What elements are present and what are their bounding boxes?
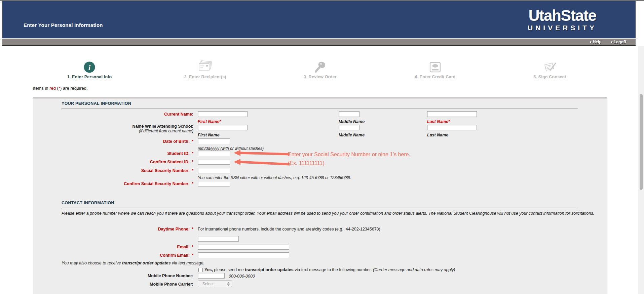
annotation-line1: Enter your Social Security Number or nin… (288, 152, 410, 158)
email-input[interactable] (198, 244, 289, 250)
section-divider (62, 208, 578, 209)
school-first-name-input[interactable] (198, 125, 248, 130)
scrollbar-thumb[interactable] (640, 94, 643, 190)
required-note: Items in red (*) are required. (33, 86, 88, 91)
confirm-student-id-label: Confirm Student ID:* (52, 160, 193, 164)
wizard-step-recipients: 2. Enter Recipient(s) (165, 60, 245, 79)
school-middle-name-hint: Middle Name (339, 133, 365, 137)
school-first-name-hint: First Name (198, 133, 220, 137)
sms-optin-checkbox[interactable] (198, 268, 203, 272)
wizard-step-label: 3. Review Order (280, 75, 361, 79)
confirm-ssn-label: Confirm Social Security Number:* (52, 181, 193, 186)
annotation-arrows-icon (233, 150, 291, 168)
daytime-phone-input[interactable] (198, 236, 239, 242)
annotation-line2: (Ex. 111111111) (288, 160, 325, 166)
wizard-step-review-order: 3. Review Order (280, 60, 361, 79)
mobile-carrier-select[interactable]: –Select– (198, 280, 232, 287)
logoff-link[interactable]: ▸Logoff (611, 40, 626, 44)
sms-note: You may also choose to receive transcrip… (62, 261, 204, 265)
magnifier-icon (280, 60, 361, 73)
wizard-step-label: 2. Enter Recipient(s) (165, 75, 245, 79)
confirm-email-label: Confirm Email:* (52, 253, 193, 258)
mobile-carrier-label: Mobile Phone Carrier: (52, 282, 193, 287)
mobile-number-input[interactable] (198, 273, 225, 279)
mobile-number-hint: 000-000-0000 (229, 274, 255, 279)
current-name-label: Current Name: (52, 112, 193, 117)
wizard-step-personal-info: i 1. Enter Personal Info (49, 60, 130, 79)
current-first-name-hint: First Name* (198, 119, 221, 124)
wizard-step-credit-card: 4. Enter Credit Card (395, 60, 476, 79)
arrow-right-icon: ▸ (590, 40, 592, 44)
sign-consent-icon (509, 60, 590, 73)
wizard-step-label: 1. Enter Personal Info (49, 75, 130, 79)
student-id-input[interactable] (198, 151, 230, 156)
school-last-name-input[interactable] (427, 125, 477, 130)
ssn-label: Social Security Number:* (52, 168, 193, 173)
select-stepper-icon (227, 282, 230, 286)
wizard-step-label: 4. Enter Credit Card (395, 75, 476, 79)
arrow-right-icon: ▸ (611, 40, 613, 44)
ssn-input[interactable] (198, 168, 230, 173)
top-nav-bar: ▸Help ▸Logoff (2, 38, 636, 46)
current-last-name-input[interactable] (427, 111, 477, 117)
section-divider (62, 108, 578, 110)
school-name-sublabel: (if different from current name) (52, 129, 193, 133)
mobile-number-label: Mobile Phone Number: (52, 274, 193, 278)
school-last-name-hint: Last Name (427, 133, 448, 137)
current-middle-name-input[interactable] (339, 111, 359, 117)
confirm-student-id-input[interactable] (198, 159, 230, 165)
daytime-phone-hint: For international phone numbers, include… (198, 227, 380, 232)
form-panel: YOUR PERSONAL INFORMATION Current Name: … (33, 97, 607, 294)
student-id-label: Student ID:* (52, 151, 193, 156)
help-link[interactable]: ▸Help (590, 40, 602, 44)
current-middle-name-hint: Middle Name (339, 119, 365, 124)
scrollbar-track[interactable] (638, 46, 644, 294)
confirm-email-input[interactable] (198, 252, 289, 258)
daytime-phone-label: Daytime Phone:* (52, 227, 193, 232)
contact-section-title: CONTACT INFORMATION (62, 201, 114, 205)
wizard-step-sign-consent: 5. Sign Consent (509, 60, 590, 79)
sms-optin-yes: Yes, (204, 267, 213, 272)
personal-info-section-title: YOUR PERSONAL INFORMATION (62, 101, 131, 106)
page-header: Enter Your Personal Information UtahStat… (2, 1, 636, 38)
dob-label: Date of Birth:* (52, 139, 193, 144)
logo-wordmark: UtahState (528, 8, 597, 23)
svg-text:i: i (88, 64, 91, 72)
logo-university: UNIVERSITY (528, 24, 597, 31)
contact-intro-text: Please enter a phone number where we can… (62, 210, 620, 217)
sms-optin-row: Yes, please send me transcript order upd… (198, 267, 455, 272)
current-last-name-hint: Last Name* (427, 119, 450, 124)
school-middle-name-input[interactable] (339, 125, 359, 130)
envelopes-icon (165, 60, 245, 73)
school-name-label: Name While Attending School: (52, 124, 193, 129)
dob-input[interactable] (198, 138, 230, 144)
credit-card-icon (395, 60, 476, 73)
ssn-hint: You can enter the SSN either with or wit… (198, 175, 351, 180)
utah-state-logo: UtahState UNIVERSITY (528, 8, 597, 31)
current-first-name-input[interactable] (198, 111, 248, 117)
wizard-step-label: 5. Sign Consent (509, 75, 590, 79)
confirm-ssn-input[interactable] (198, 181, 230, 186)
page-title: Enter Your Personal Information (24, 22, 103, 28)
info-icon: i (49, 60, 130, 73)
email-label: Email:* (52, 245, 193, 249)
